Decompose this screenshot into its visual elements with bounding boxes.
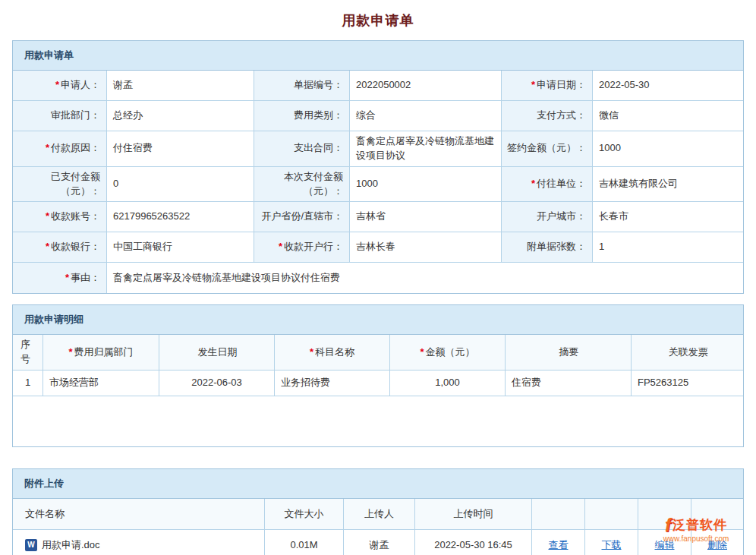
main-form-panel-title: 用款申请单 (24, 49, 74, 61)
download-link[interactable]: 下载 (602, 538, 622, 553)
value-payment-method: 微信 (593, 101, 743, 131)
att-col-header-uploader: 上传人 (344, 499, 415, 530)
col-header-text: 发生日期 (198, 345, 238, 360)
attachment-action-view-cell: 查看 (532, 530, 585, 555)
detail-cell-index: 1 (13, 371, 43, 396)
value-doc-number: 2022050002 (350, 71, 502, 101)
value-text: 中国工商银行 (113, 240, 172, 254)
value-text: 总经办 (113, 109, 143, 123)
value-text: 吉林省 (356, 210, 386, 224)
label-paid-amount: 已支付金额（元）： (13, 167, 107, 203)
detail-empty-area (13, 396, 743, 446)
col-header-text: 上传人 (364, 507, 394, 522)
cell-text: 1 (25, 376, 30, 390)
value-text: 1000 (356, 177, 378, 191)
label-text: 开户省份/直辖市： (261, 210, 343, 224)
detail-table: 序号 *费用归属部门 发生日期 *科目名称 *金额（元） 摘要 关联发票 1 市… (13, 335, 743, 446)
detail-cell-invoice: FP5263125 (632, 371, 743, 396)
attachment-file-cell[interactable]: W 用款申请.doc (13, 530, 265, 555)
label-payment-reason: *付款原因： (13, 131, 107, 167)
label-expense-category: 费用类别： (254, 101, 350, 131)
required-star: * (420, 345, 424, 360)
value-text: 1000 (599, 141, 621, 156)
col-header-text: 序号 (20, 338, 36, 367)
detail-cell-subject: 业务招待费 (275, 371, 390, 396)
col-header-text: 摘要 (559, 345, 579, 360)
value-payee-branch: 吉林长春 (350, 232, 502, 263)
label-text: 付款原因： (51, 141, 100, 156)
required-star: * (531, 78, 535, 93)
value-payee-unit: 吉林建筑有限公司 (593, 167, 743, 203)
value-reason: 畜禽定点屠宰及冷链物流基地建设项目协议付住宿费 (107, 263, 743, 293)
label-account-city: 开户城市： (502, 202, 593, 232)
value-text: 畜禽定点屠宰及冷链物流基地建设项目协议 (356, 134, 495, 163)
cell-text: FP5263125 (638, 376, 688, 390)
edit-link[interactable]: 编辑 (655, 538, 675, 553)
value-approval-dept: 总经办 (107, 101, 254, 131)
view-link[interactable]: 查看 (549, 538, 569, 553)
label-text: 事由： (71, 271, 100, 285)
detail-cell-department: 市场经营部 (43, 371, 159, 396)
required-star: * (68, 345, 72, 360)
attachment-action-download-cell: 下载 (585, 530, 638, 555)
value-text: 2022-05-30 (599, 78, 650, 93)
detail-panel: 用款申请明细 序号 *费用归属部门 发生日期 *科目名称 *金额（元） 摘要 关… (12, 304, 744, 447)
detail-cell-amount: 1,000 (390, 371, 506, 396)
value-paid-amount: 0 (107, 167, 254, 203)
value-text: 付住宿费 (113, 141, 153, 156)
cell-text: 2022-06-03 (191, 376, 242, 390)
value-applicant: 谢孟 (107, 71, 254, 101)
col-header-department: *费用归属部门 (43, 335, 159, 371)
required-star: * (531, 177, 535, 191)
att-col-header-uploadtime: 上传时间 (415, 499, 532, 530)
col-header-text: 科目名称 (315, 345, 354, 360)
label-account-province: 开户省份/直辖市： (254, 202, 350, 232)
attachments-panel-title: 附件上传 (24, 478, 64, 489)
value-text: 微信 (599, 109, 619, 123)
label-current-payment-amount: 本次支付金额（元）： (254, 167, 350, 203)
cell-text: 谢孟 (370, 538, 389, 553)
required-star: * (65, 271, 69, 285)
label-reason: *事由： (13, 263, 107, 293)
attachment-upload-time: 2022-05-30 16:45 (415, 530, 532, 555)
page-title: 用款申请单 (0, 0, 756, 40)
label-text: 单据编号： (294, 78, 343, 93)
cell-text: 0.01M (290, 538, 317, 553)
main-form-grid: *申请人： 谢孟 单据编号： 2022050002 *申请日期： 2022-05… (13, 71, 743, 293)
delete-link[interactable]: 删除 (707, 538, 727, 553)
required-star: * (310, 345, 313, 360)
att-col-header-action-4 (691, 499, 743, 530)
col-header-text: 金额（元） (426, 345, 475, 360)
attachment-file-size: 0.01M (265, 530, 344, 555)
attachment-action-edit-cell: 编辑 (638, 530, 691, 555)
label-approval-dept: 审批部门： (13, 101, 107, 131)
detail-panel-title: 用款申请明细 (24, 314, 83, 325)
cell-text: 2022-05-30 16:45 (434, 538, 512, 553)
col-header-invoice: 关联发票 (632, 335, 743, 371)
label-text: 收款开户行： (284, 240, 343, 254)
value-text: 2022050002 (356, 78, 411, 93)
value-text: 62179965263522 (113, 210, 190, 224)
cell-text: 1,000 (435, 376, 460, 390)
value-expense-category: 综合 (350, 101, 502, 131)
attachments-panel: 附件上传 文件名称 文件大小 上传人 上传时间 W 用款申请.doc 0.01M… (12, 468, 744, 555)
label-payee-unit: *付往单位： (502, 167, 593, 203)
col-header-date: 发生日期 (159, 335, 275, 371)
label-apply-date: *申请日期： (502, 71, 593, 101)
att-col-header-action-3 (638, 499, 691, 530)
label-text: 审批部门： (51, 109, 100, 123)
col-header-subject: *科目名称 (275, 335, 390, 371)
att-col-header-filename: 文件名称 (13, 499, 265, 530)
required-star: * (55, 78, 59, 93)
value-current-payment-amount: 1000 (350, 167, 502, 203)
value-text: 吉林建筑有限公司 (599, 177, 678, 191)
col-header-text: 费用归属部门 (74, 345, 134, 360)
required-star: * (279, 240, 282, 254)
label-text: 开户城市： (537, 210, 586, 224)
cell-text: 住宿费 (512, 376, 541, 390)
value-receipt-count: 1 (593, 232, 743, 263)
value-payee-bank: 中国工商银行 (107, 232, 254, 263)
value-apply-date: 2022-05-30 (593, 71, 743, 101)
col-header-text: 上传时间 (454, 507, 493, 522)
value-text: 吉林长春 (356, 240, 395, 254)
